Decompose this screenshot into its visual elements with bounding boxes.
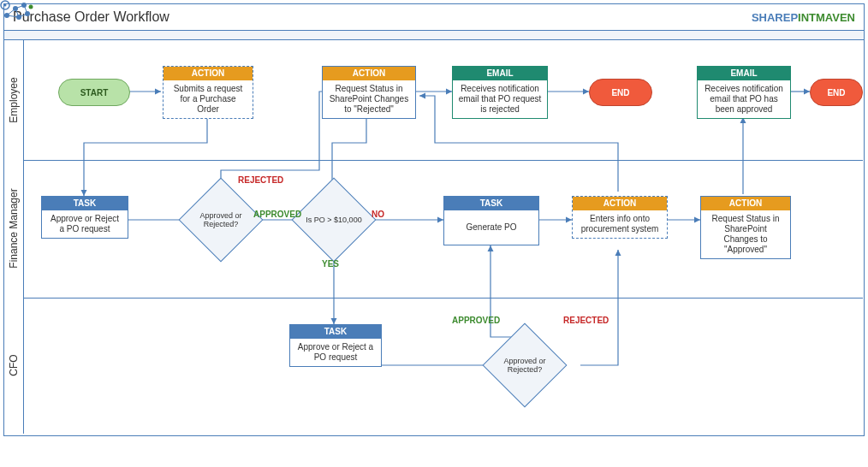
action-status-rejected: ACTIONRequest Status in SharePoint Chang… [322, 66, 416, 119]
svg-line-7 [15, 5, 24, 9]
email-approved: EMAILReceives notification email that PO… [697, 66, 791, 119]
logo: SHAREPINTMAVEN [752, 11, 855, 24]
start-node: START [58, 79, 130, 106]
lane-label-cfo: CFO [8, 354, 20, 375]
action-procurement-system: ACTIONEnters info onto procurement syste… [572, 196, 668, 239]
svg-point-0 [4, 13, 9, 18]
label-yes: YES [322, 259, 339, 269]
svg-point-2 [21, 3, 27, 8]
task-cfo-approve-reject: TASKApprove or Reject a PO request [289, 324, 382, 367]
decision-approved-rejected-1: Approved or Rejected? [191, 190, 251, 250]
svg-point-5 [29, 5, 33, 9]
label-approved-2: APPROVED [452, 316, 500, 325]
end-node-1: END [589, 79, 652, 106]
task-approve-reject-1: TASKApprove or Reject a PO request [41, 196, 128, 239]
diagram-frame: Purchase Order Workflow SHAREPINTMAVEN E… [3, 3, 865, 436]
lane-cfo [24, 299, 863, 435]
action-status-approved: ACTIONRequest Status in SharePoint Chang… [700, 196, 791, 259]
header-spacer [4, 31, 864, 40]
decision-cfo-approved-rejected: Approved or Rejected? [495, 335, 555, 395]
decision-po-amount: Is PO > $10,000 [304, 190, 364, 250]
label-approved-1: APPROVED [253, 210, 301, 219]
canvas: START ACTIONSubmits a request for a Purc… [24, 40, 863, 435]
lane-label-employee: Employee [8, 77, 20, 122]
label-no: NO [372, 210, 384, 219]
svg-point-13 [4, 4, 7, 7]
swimlanes: Employee Finance Manager CFO [4, 40, 864, 435]
action-submit-request: ACTIONSubmits a request for a Purchase O… [163, 66, 253, 119]
diagram-title: Purchase Order Workflow [13, 9, 169, 25]
label-rejected-1: REJECTED [238, 175, 283, 185]
lane-label-finance: Finance Manager [8, 188, 20, 268]
svg-point-12 [1, 1, 9, 9]
email-rejected: EMAILReceives notification email that PO… [452, 66, 548, 119]
label-rejected-2: REJECTED [563, 316, 609, 325]
title-bar: Purchase Order Workflow SHAREPINTMAVEN [4, 4, 864, 31]
task-generate-po: TASKGenerate PO [443, 196, 539, 245]
end-node-2: END [810, 79, 863, 106]
